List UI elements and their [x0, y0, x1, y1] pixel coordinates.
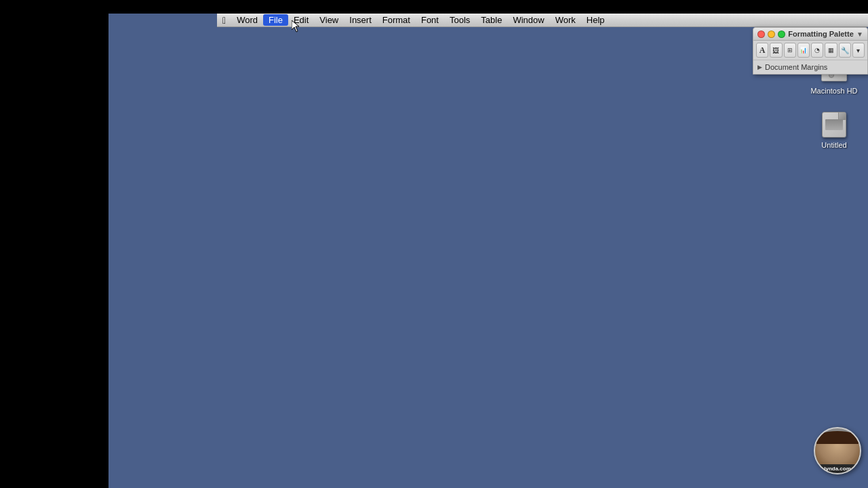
menuitem-font[interactable]: Font — [416, 14, 444, 26]
untitled-disk-image — [821, 111, 848, 138]
menuitem-format[interactable]: Format — [377, 14, 416, 26]
palette-image-icon: 🖼 — [772, 47, 779, 54]
palette-border-button[interactable]: ▦ — [825, 43, 837, 58]
palette-section-label: Document Margins — [765, 63, 827, 71]
apple-menu[interactable]:  — [222, 15, 226, 26]
left-sidebar — [0, 0, 108, 488]
palette-pie-icon: ◔ — [814, 47, 820, 54]
lynda-badge: lynda.com — [814, 427, 861, 474]
lynda-face-graphic — [815, 431, 860, 465]
menuitem-view[interactable]: View — [314, 14, 344, 26]
palette-title: Formatting Palette — [788, 30, 854, 38]
untitled-disk-icon[interactable]: Untitled — [807, 108, 861, 152]
palette-pie-button[interactable]: ◔ — [811, 43, 823, 58]
palette-bar-button[interactable]: 📊 — [797, 43, 810, 58]
palette-section-arrow-icon: ▶ — [757, 64, 762, 70]
menuitem-file[interactable]: File — [263, 14, 288, 26]
palette-toolbar: A 🖼 ⊞ 📊 ◔ ▦ 🔧 ▾ — [753, 41, 867, 60]
menuitem-table[interactable]: Table — [475, 14, 507, 26]
macintosh-hd-label: Macintosh HD — [810, 87, 857, 96]
palette-bar-icon: 📊 — [800, 47, 807, 54]
palette-minimize-button[interactable] — [768, 30, 775, 38]
palette-border-icon: ▦ — [828, 47, 834, 54]
menubar:  Word File Edit View Insert Format Font… — [217, 14, 868, 27]
lynda-hair-graphic — [815, 431, 860, 445]
palette-table-icon: ⊞ — [787, 47, 793, 54]
menuitem-help[interactable]: Help — [581, 14, 610, 26]
palette-close-button[interactable] — [757, 30, 765, 38]
disk-inner-shape — [825, 119, 843, 130]
palette-section[interactable]: ▶ Document Margins — [753, 60, 867, 74]
palette-image-button[interactable]: 🖼 — [770, 43, 782, 58]
menuitem-tools[interactable]: Tools — [444, 14, 475, 26]
palette-wrench-icon: 🔧 — [841, 47, 849, 54]
palette-font-icon: A — [760, 45, 766, 56]
palette-more-button[interactable]: ▾ — [852, 43, 865, 58]
menuitem-work[interactable]: Work — [550, 14, 581, 26]
lynda-label: lynda.com — [815, 464, 860, 473]
palette-collapse-button[interactable]: ▼ — [856, 30, 863, 38]
menuitem-window[interactable]: Window — [507, 14, 549, 26]
disk-drive-shape — [822, 112, 846, 138]
palette-more-icon: ▾ — [856, 47, 860, 54]
untitled-disk-label: Untitled — [821, 141, 846, 150]
desktop:  Word File Edit View Insert Format Font… — [108, 14, 868, 488]
palette-zoom-button[interactable] — [778, 30, 785, 38]
palette-titlebar: Formatting Palette ▼ — [753, 28, 867, 41]
menuitem-edit[interactable]: Edit — [288, 14, 314, 26]
palette-wrench-button[interactable]: 🔧 — [839, 43, 851, 58]
menuitem-word[interactable]: Word — [231, 14, 263, 26]
menuitem-insert[interactable]: Insert — [344, 14, 377, 26]
formatting-palette: Formatting Palette ▼ A 🖼 ⊞ 📊 ◔ ▦ 🔧 — [753, 27, 868, 75]
palette-table-button[interactable]: ⊞ — [784, 43, 796, 58]
palette-font-button[interactable]: A — [756, 43, 768, 58]
